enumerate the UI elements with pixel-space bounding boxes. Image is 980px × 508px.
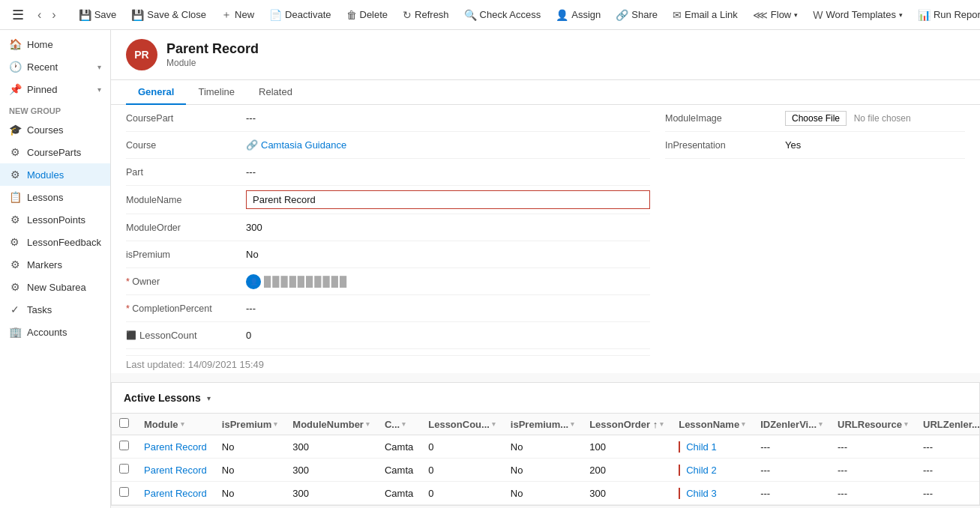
flow-button[interactable]: ⋘ Flow ▾ — [747, 6, 804, 24]
row-checkbox-2[interactable] — [119, 487, 129, 497]
sidebar-item-modules[interactable]: ⚙ Modules — [0, 163, 110, 186]
tab-general[interactable]: General — [126, 80, 186, 105]
col-header-modulenumber[interactable]: ModuleNumber ▾ — [285, 414, 377, 435]
toolbar: ☰ ‹ › 💾 Save 💾 Save & Close ＋ New 📄 Deac… — [0, 0, 980, 30]
lessonname-link-2[interactable]: Child 3 — [686, 488, 716, 499]
choose-file-button[interactable]: Choose File — [785, 111, 847, 126]
sidebar-item-lessonpoints[interactable]: ⚙ LessonPoints — [0, 208, 110, 231]
row-lessonorder-0: 100 — [582, 435, 671, 459]
select-all-checkbox[interactable] — [119, 418, 129, 428]
deactivate-button[interactable]: 📄 Deactivate — [263, 6, 337, 24]
modulename-row: ModuleName Parent Record — [126, 186, 650, 214]
tab-timeline[interactable]: Timeline — [186, 80, 247, 105]
row-ispremium2-2: No — [503, 482, 582, 505]
sidebar-item-markers[interactable]: ⚙ Markers — [0, 253, 110, 276]
check-access-button[interactable]: 🔍 Check Access — [458, 6, 547, 24]
tasks-icon: ✓ — [9, 303, 21, 315]
lessoncount-row: ⬛ LessonCount 0 — [126, 322, 650, 349]
row-check-2[interactable] — [112, 482, 136, 505]
row-checkbox-1[interactable] — [119, 464, 129, 474]
record-title-area: Parent Record Module — [166, 41, 259, 68]
col-header-ispremium[interactable]: isPremium ▾ — [214, 414, 285, 435]
row-urlresource-0: --- — [830, 435, 916, 459]
tab-related[interactable]: Related — [247, 80, 304, 105]
content-area: PR Parent Record Module General Timeline… — [111, 30, 980, 508]
sidebar-item-courses[interactable]: 🎓 Courses — [0, 118, 110, 141]
lessoncount-value: 0 — [246, 330, 650, 341]
row-check-0[interactable] — [112, 435, 136, 459]
active-lessons-chevron-icon[interactable]: ▾ — [207, 394, 211, 402]
ispremium-label: isPremium — [126, 250, 246, 260]
delete-button[interactable]: 🗑 Delete — [340, 6, 394, 24]
assign-button[interactable]: 👤 Assign — [550, 6, 607, 24]
hamburger-button[interactable]: ☰ — [6, 4, 30, 26]
email-link-button[interactable]: ✉ Email a Link — [667, 6, 744, 24]
sidebar-item-recent[interactable]: 🕐 Recent ▾ — [0, 55, 110, 78]
delete-icon: 🗑 — [346, 9, 357, 21]
run-report-button[interactable]: 📊 Run Report ▾ — [912, 6, 980, 24]
new-icon: ＋ — [221, 8, 232, 22]
lessonname-link-0[interactable]: Child 1 — [686, 441, 716, 453]
new-button[interactable]: ＋ New — [215, 5, 260, 25]
sidebar-item-pinned[interactable]: 📌 Pinned ▾ — [0, 78, 110, 100]
lessons-tbody: Parent Record No 300 Camta 0 No 100 Chil… — [112, 435, 979, 505]
inpresentation-row: InPresentation Yes — [665, 132, 965, 159]
word-templates-button[interactable]: W Word Templates ▾ — [807, 6, 909, 24]
last-updated-label: Last updated: — [126, 359, 185, 370]
home-icon: 🏠 — [9, 38, 21, 50]
sidebar-item-courseparts[interactable]: ⚙ CourseParts — [0, 141, 110, 163]
table-row: Parent Record No 300 Camta 0 No 300 Chil… — [112, 482, 979, 505]
sidebar-item-tasks[interactable]: ✓ Tasks — [0, 298, 110, 321]
new-group-label: New Group — [0, 100, 110, 118]
col-header-lessonname[interactable]: LessonName ▾ — [671, 414, 753, 435]
modulename-value[interactable]: Parent Record — [246, 190, 650, 209]
course-row: Course 🔗 Camtasia Guidance — [126, 132, 650, 159]
course-label: Course — [126, 140, 246, 151]
col-header-idzenlevi[interactable]: IDZenlerVi... ▾ — [753, 414, 830, 435]
refresh-button[interactable]: ↻ Refresh — [397, 6, 455, 24]
row-modulenumber-1: 300 — [285, 459, 377, 482]
col-header-c[interactable]: C... ▾ — [377, 414, 421, 435]
sidebar-item-new-subarea[interactable]: ⚙ New Subarea — [0, 276, 110, 298]
share-button[interactable]: 🔗 Share — [610, 6, 664, 24]
module-link-1[interactable]: Parent Record — [144, 465, 207, 476]
row-urlzenler-1: --- — [916, 459, 979, 482]
word-templates-chevron-icon: ▾ — [899, 11, 903, 19]
sidebar-item-accounts[interactable]: 🏢 Accounts — [0, 321, 110, 343]
col-header-check[interactable] — [112, 414, 136, 435]
sidebar: 🏠 Home 🕐 Recent ▾ 📌 Pinned ▾ New Group 🎓… — [0, 30, 111, 508]
sidebar-item-lessonfeedback[interactable]: ⚙ LessonFeedback — [0, 231, 110, 253]
course-value[interactable]: 🔗 Camtasia Guidance — [246, 139, 650, 151]
save-button[interactable]: 💾 Save — [73, 6, 123, 24]
tabs: General Timeline Related — [111, 80, 980, 105]
lessonname-sort-icon: ▾ — [742, 420, 745, 428]
col-header-ispremium2[interactable]: isPremium... ▾ — [503, 414, 582, 435]
sidebar-item-lessons[interactable]: 📋 Lessons — [0, 186, 110, 208]
forward-button[interactable]: › — [47, 7, 60, 23]
lessonname-link-1[interactable]: Child 2 — [686, 465, 716, 476]
active-lessons-header: Active Lessons ▾ — [112, 383, 979, 414]
col-header-urlresource[interactable]: URLResource ▾ — [830, 414, 916, 435]
completionpercent-label: CompletionPercent — [126, 303, 246, 314]
record-subtitle: Module — [166, 58, 259, 68]
save-close-button[interactable]: 💾 Save & Close — [125, 6, 212, 24]
col-header-lessonorder[interactable]: LessonOrder ↑ ▾ — [582, 414, 671, 435]
row-checkbox-0[interactable] — [119, 441, 129, 450]
module-link-0[interactable]: Parent Record — [144, 441, 207, 453]
row-module-1: Parent Record — [136, 459, 214, 482]
sidebar-item-home[interactable]: 🏠 Home — [0, 33, 110, 55]
module-link-2[interactable]: Parent Record — [144, 488, 207, 499]
idzenlevi-sort-icon: ▾ — [819, 420, 823, 428]
col-header-module[interactable]: Module ▾ — [136, 414, 214, 435]
check-access-icon: 🔍 — [464, 9, 477, 21]
col-header-lessoncou[interactable]: LessonCou... ▾ — [421, 414, 503, 435]
modulename-box[interactable]: Parent Record — [246, 190, 650, 209]
row-lessonname-2: Child 3 — [671, 482, 753, 505]
modulename-label: ModuleName — [126, 195, 246, 205]
back-button[interactable]: ‹ — [33, 7, 46, 23]
owner-avatar: 👤 — [246, 274, 261, 289]
coursepart-value: --- — [246, 112, 650, 124]
row-check-1[interactable] — [112, 459, 136, 482]
col-header-urlzenler[interactable]: URLZenler... ▾ — [916, 414, 979, 435]
urlresource-sort-icon: ▾ — [904, 420, 908, 428]
